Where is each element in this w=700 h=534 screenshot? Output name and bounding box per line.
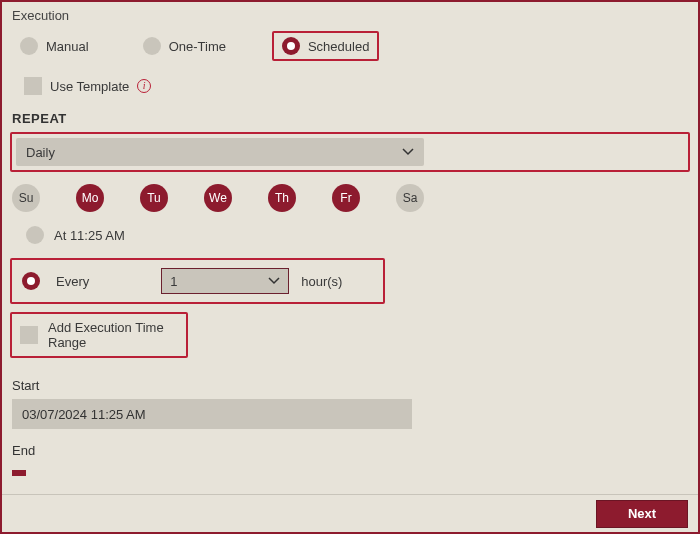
radio-manual-label: Manual (46, 39, 89, 54)
execution-section-label: Execution (2, 2, 698, 27)
every-unit-label: hour(s) (301, 274, 342, 289)
radio-onetime[interactable]: One-Time (135, 33, 234, 59)
frequency-dropdown[interactable]: Daily (16, 138, 424, 166)
start-field[interactable]: 03/07/2024 11:25 AM (12, 399, 412, 429)
day-sa[interactable]: Sa (396, 184, 424, 212)
next-button-label: Next (628, 506, 656, 521)
frequency-value: Daily (26, 145, 55, 160)
days-row: Su Mo Tu We Th Fr Sa (2, 180, 698, 222)
day-mo[interactable]: Mo (76, 184, 104, 212)
every-label: Every (56, 274, 89, 289)
frequency-dropdown-wrap: Daily (10, 132, 690, 172)
day-su[interactable]: Su (12, 184, 40, 212)
chevron-down-icon (402, 148, 414, 156)
start-value: 03/07/2024 11:25 AM (22, 407, 146, 422)
radio-scheduled-label: Scheduled (308, 39, 369, 54)
info-icon[interactable]: i (137, 79, 151, 93)
use-template-row: Use Template i (2, 73, 698, 99)
day-tu[interactable]: Tu (140, 184, 168, 212)
add-range-row: Add Execution Time Range (10, 312, 188, 358)
every-value-select[interactable]: 1 (161, 268, 289, 294)
add-range-checkbox[interactable] (20, 326, 38, 344)
app-window: Execution Manual One-Time Scheduled Use … (0, 0, 700, 534)
radio-icon (143, 37, 161, 55)
radio-scheduled[interactable]: Scheduled (272, 31, 379, 61)
radio-icon-selected (282, 37, 300, 55)
radio-onetime-label: One-Time (169, 39, 226, 54)
execution-mode-row: Manual One-Time Scheduled (2, 27, 698, 65)
use-template-checkbox[interactable] (24, 77, 42, 95)
next-button[interactable]: Next (596, 500, 688, 528)
footer-bar: Next (2, 494, 698, 532)
radio-icon (20, 37, 38, 55)
end-indicator (12, 470, 26, 476)
day-fr[interactable]: Fr (332, 184, 360, 212)
use-template-label: Use Template (50, 79, 129, 94)
at-time-label: At 11:25 AM (54, 228, 125, 243)
radio-at-time[interactable] (26, 226, 44, 244)
repeat-section-title: REPEAT (2, 99, 698, 132)
radio-manual[interactable]: Manual (12, 33, 97, 59)
every-value: 1 (170, 274, 177, 289)
add-range-label: Add Execution Time Range (48, 320, 178, 350)
chevron-down-icon (268, 277, 280, 285)
every-row: Every 1 hour(s) (10, 258, 385, 304)
start-label: Start (2, 364, 698, 399)
day-we[interactable]: We (204, 184, 232, 212)
radio-every[interactable] (22, 272, 40, 290)
end-label: End (2, 429, 698, 464)
at-time-row: At 11:25 AM (2, 222, 698, 254)
day-th[interactable]: Th (268, 184, 296, 212)
